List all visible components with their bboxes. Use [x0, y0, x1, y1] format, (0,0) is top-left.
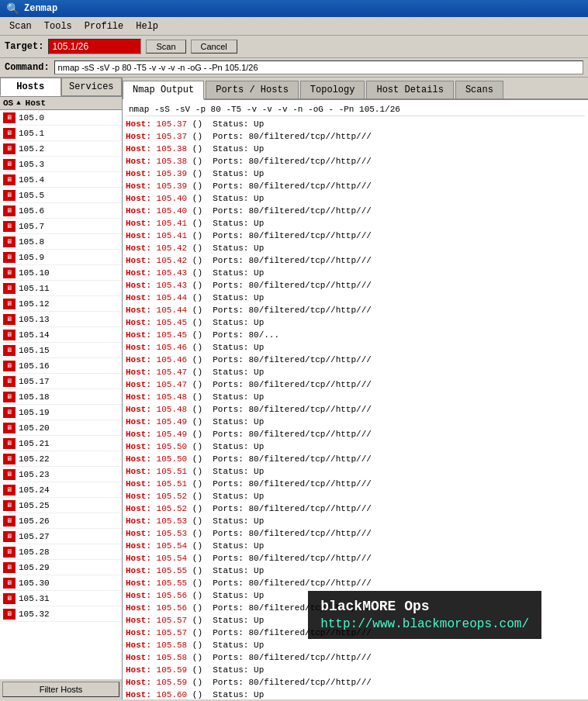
- tab-ports-hosts[interactable]: Ports / Hosts: [206, 81, 299, 98]
- host-label[interactable]: Host:: [126, 641, 151, 650]
- host-label[interactable]: Host:: [126, 318, 151, 327]
- tab-hosts[interactable]: Hosts: [0, 78, 61, 96]
- host-list-item[interactable]: 105.25: [0, 498, 122, 513]
- host-label[interactable]: Host:: [126, 243, 151, 253]
- host-label[interactable]: Host:: [126, 516, 151, 526]
- tab-services[interactable]: Services: [61, 78, 123, 96]
- host-list-item[interactable]: 105.30: [0, 575, 122, 591]
- host-list-item[interactable]: 105.1: [0, 126, 122, 141]
- tab-scans[interactable]: Scans: [455, 81, 503, 98]
- host-label[interactable]: Host:: [126, 430, 151, 439]
- host-label[interactable]: Host:: [126, 417, 151, 426]
- host-label[interactable]: Host:: [126, 281, 151, 290]
- host-label[interactable]: Host:: [126, 132, 151, 141]
- host-label[interactable]: Host:: [126, 343, 151, 352]
- host-label[interactable]: Host:: [126, 144, 151, 154]
- command-input[interactable]: [54, 60, 583, 74]
- host-label[interactable]: Host:: [126, 194, 151, 203]
- tab-host-details[interactable]: Host Details: [366, 81, 453, 98]
- host-list-item[interactable]: 105.28: [0, 544, 122, 560]
- filter-hosts-button[interactable]: Filter Hosts: [2, 682, 119, 697]
- host-list-item[interactable]: 105.7: [0, 219, 122, 234]
- host-list-item[interactable]: 105.20: [0, 420, 122, 436]
- host-label[interactable]: Host:: [126, 454, 151, 464]
- host-label[interactable]: Host:: [126, 392, 151, 402]
- host-label[interactable]: Host:: [126, 368, 151, 377]
- host-label[interactable]: Host:: [126, 442, 151, 451]
- host-list-item[interactable]: 105.14: [0, 327, 122, 343]
- host-label[interactable]: Host:: [126, 591, 151, 600]
- cancel-button[interactable]: Cancel: [191, 40, 237, 54]
- host-list-item[interactable]: 105.15: [0, 343, 122, 358]
- host-list-item[interactable]: 105.27: [0, 529, 122, 544]
- host-list-item[interactable]: 105.0: [0, 110, 122, 126]
- host-list-item[interactable]: 105.22: [0, 451, 122, 467]
- host-list-item[interactable]: 105.24: [0, 482, 122, 498]
- host-list-item[interactable]: 105.6: [0, 203, 122, 219]
- output-line-rest: () Status: Up: [187, 144, 264, 154]
- host-label[interactable]: Host:: [126, 119, 151, 129]
- host-list-item[interactable]: 105.32: [0, 606, 122, 622]
- host-label[interactable]: Host:: [126, 616, 151, 625]
- host-label[interactable]: Host:: [126, 181, 151, 191]
- host-list-item[interactable]: 105.10: [0, 265, 122, 281]
- host-list-item[interactable]: 105.11: [0, 281, 122, 296]
- output-line-rest: () Ports: 80/filtered/tcp//http///: [187, 281, 372, 290]
- output-line: Host: 105.40 () Ports: 80/filtered/tcp//…: [126, 205, 585, 217]
- host-list-item[interactable]: 105.26: [0, 513, 122, 529]
- host-label[interactable]: Host:: [126, 492, 151, 501]
- host-label[interactable]: Host:: [126, 293, 151, 302]
- host-list-item[interactable]: 105.12: [0, 296, 122, 312]
- tab-topology[interactable]: Topology: [300, 81, 365, 98]
- host-label[interactable]: Host:: [126, 665, 151, 675]
- host-label[interactable]: Host:: [126, 306, 151, 315]
- host-label[interactable]: Host:: [126, 653, 151, 662]
- host-label[interactable]: Host:: [126, 231, 151, 240]
- host-label[interactable]: Host:: [126, 157, 151, 166]
- host-label[interactable]: Host:: [126, 380, 151, 389]
- host-label[interactable]: Host:: [126, 529, 151, 538]
- sort-icon[interactable]: ▲: [16, 99, 20, 107]
- host-label[interactable]: Host:: [126, 206, 151, 216]
- host-label[interactable]: Host:: [126, 355, 151, 364]
- host-label[interactable]: Host:: [126, 578, 151, 588]
- menu-help[interactable]: Help: [130, 19, 164, 33]
- host-label[interactable]: Host:: [126, 219, 151, 228]
- host-list-item[interactable]: 105.19: [0, 405, 122, 420]
- host-list-item[interactable]: 105.9: [0, 250, 122, 265]
- scan-button[interactable]: Scan: [146, 40, 185, 54]
- host-list-item[interactable]: 105.4: [0, 172, 122, 188]
- host-label[interactable]: Host:: [126, 541, 151, 551]
- host-label[interactable]: Host:: [126, 479, 151, 489]
- host-list-item[interactable]: 105.29: [0, 560, 122, 575]
- host-list-item[interactable]: 105.13: [0, 312, 122, 327]
- host-list-item[interactable]: 105.3: [0, 157, 122, 172]
- host-label[interactable]: Host:: [126, 554, 151, 563]
- menu-profile[interactable]: Profile: [78, 19, 130, 33]
- host-label[interactable]: Host:: [126, 467, 151, 476]
- host-list-item[interactable]: 105.18: [0, 389, 122, 405]
- menu-tools[interactable]: Tools: [38, 19, 78, 33]
- host-label[interactable]: Host:: [126, 256, 151, 265]
- host-list-item[interactable]: 105.17: [0, 374, 122, 389]
- menu-scan[interactable]: Scan: [3, 19, 38, 33]
- host-label[interactable]: Host:: [126, 405, 151, 414]
- tab-nmap-output[interactable]: Nmap Output: [123, 81, 204, 100]
- host-label[interactable]: Host:: [126, 169, 151, 178]
- host-list-item[interactable]: 105.16: [0, 358, 122, 374]
- host-label[interactable]: Host:: [126, 603, 151, 613]
- host-list-item[interactable]: 105.5: [0, 188, 122, 203]
- host-list-item[interactable]: 105.21: [0, 436, 122, 451]
- host-label[interactable]: Host:: [126, 628, 151, 637]
- host-list-item[interactable]: 105.23: [0, 467, 122, 482]
- host-label[interactable]: Host:: [126, 566, 151, 575]
- host-label[interactable]: Host:: [126, 678, 151, 687]
- host-list-item[interactable]: 105.31: [0, 591, 122, 606]
- host-label[interactable]: Host:: [126, 504, 151, 513]
- host-label[interactable]: Host:: [126, 268, 151, 278]
- host-list-item[interactable]: 105.2: [0, 141, 122, 157]
- host-label[interactable]: Host:: [126, 690, 151, 699]
- host-label[interactable]: Host:: [126, 330, 151, 340]
- host-list-item[interactable]: 105.8: [0, 234, 122, 250]
- target-input[interactable]: [48, 39, 141, 54]
